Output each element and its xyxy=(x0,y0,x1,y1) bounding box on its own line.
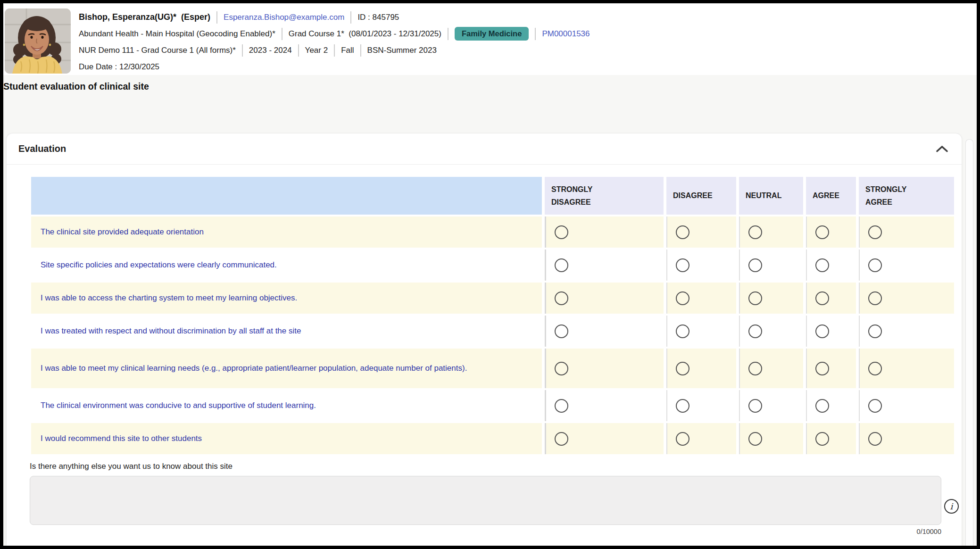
section-title: Evaluation xyxy=(18,143,66,154)
term: Fall xyxy=(341,46,354,55)
student-email-link[interactable]: Esperanza.Bishop@example.com xyxy=(224,13,344,22)
answer-cell xyxy=(859,390,954,421)
course-dates: Grad Course 1* (08/01/2023 - 12/31/2025) xyxy=(289,29,441,39)
radio-q6-strongly-agree[interactable] xyxy=(868,399,882,413)
column-header-disagree: DISAGREE xyxy=(666,177,736,215)
column-header-label: STRONGLY AGREE xyxy=(865,183,920,208)
radio-q7-agree[interactable] xyxy=(815,432,829,446)
radio-q4-disagree[interactable] xyxy=(676,324,689,338)
question-row: The clinical environment was conducive t… xyxy=(31,390,954,421)
answer-cell xyxy=(806,349,856,388)
question-text: I would recommend this site to other stu… xyxy=(41,433,202,445)
evaluation-matrix-table: STRONGLY DISAGREEDISAGREENEUTRALAGREESTR… xyxy=(31,177,954,454)
radio-q3-strongly-disagree[interactable] xyxy=(555,291,568,305)
radio-q6-agree[interactable] xyxy=(815,399,829,413)
header-line-identity: Bishop, Esperanza(UG)* (Esper) Esperanza… xyxy=(79,9,590,25)
radio-q2-strongly-disagree[interactable] xyxy=(555,258,568,272)
question-row: The clinical site provided adequate orie… xyxy=(31,216,954,248)
char-counter: 0/10000 xyxy=(30,528,941,535)
question-text: Site specific policies and expectations … xyxy=(41,259,277,271)
radio-q1-disagree[interactable] xyxy=(676,225,689,239)
collapse-section-button[interactable] xyxy=(933,142,951,156)
answer-cell xyxy=(739,316,803,347)
page-title: Student evaluation of clinical site xyxy=(3,81,977,92)
answer-cell xyxy=(545,250,664,281)
radio-q4-agree[interactable] xyxy=(815,324,829,338)
column-header-strongly-disagree: STRONGLY DISAGREE xyxy=(545,177,664,215)
answer-cell xyxy=(859,423,954,454)
matrix-header-row: STRONGLY DISAGREEDISAGREENEUTRALAGREESTR… xyxy=(31,177,954,215)
question-cell: I was able to access the charting system… xyxy=(31,283,542,314)
radio-q5-disagree[interactable] xyxy=(676,362,689,375)
column-header-label: STRONGLY DISAGREE xyxy=(551,183,606,208)
radio-q3-agree[interactable] xyxy=(815,291,829,305)
comment-textarea[interactable] xyxy=(30,476,941,525)
radio-q6-strongly-disagree[interactable] xyxy=(555,399,568,413)
answer-cell xyxy=(806,390,856,421)
header-line-due: Due Date : 12/30/2025 xyxy=(79,58,590,75)
answer-cell xyxy=(545,390,664,421)
answer-cell xyxy=(739,250,803,281)
answer-cell xyxy=(666,250,736,281)
separator xyxy=(535,28,536,40)
radio-q7-neutral[interactable] xyxy=(748,432,762,446)
question-row: I would recommend this site to other stu… xyxy=(31,423,954,454)
radio-q1-agree[interactable] xyxy=(815,225,829,239)
separator xyxy=(298,44,299,57)
student-id: ID : 845795 xyxy=(357,13,399,22)
answer-cell xyxy=(666,283,736,314)
column-header-label: AGREE xyxy=(813,189,839,202)
info-icon[interactable]: i xyxy=(944,499,959,514)
separator xyxy=(216,11,217,24)
radio-q2-neutral[interactable] xyxy=(748,258,762,272)
radio-q5-neutral[interactable] xyxy=(748,362,762,375)
radio-q7-strongly-disagree[interactable] xyxy=(555,432,568,446)
radio-q4-strongly-agree[interactable] xyxy=(868,324,882,338)
matrix-corner-cell xyxy=(31,177,542,215)
radio-q1-strongly-agree[interactable] xyxy=(868,225,882,239)
answer-cell xyxy=(739,423,803,454)
radio-q2-agree[interactable] xyxy=(815,258,829,272)
radio-q4-neutral[interactable] xyxy=(748,324,762,338)
side-panel-edge[interactable] xyxy=(965,139,973,546)
radio-q7-strongly-agree[interactable] xyxy=(868,432,882,446)
specialty-badge: Family Medicine xyxy=(455,27,529,41)
question-text: The clinical site provided adequate orie… xyxy=(41,226,204,238)
radio-q1-strongly-disagree[interactable] xyxy=(555,225,568,239)
radio-q2-strongly-agree[interactable] xyxy=(868,258,882,272)
radio-q5-strongly-disagree[interactable] xyxy=(555,362,568,375)
separator xyxy=(350,11,351,24)
radio-q2-disagree[interactable] xyxy=(676,258,689,272)
answer-cell xyxy=(666,423,736,454)
answer-cell xyxy=(859,283,954,314)
year-level: Year 2 xyxy=(305,46,328,55)
comment-label: Is there anything else you want us to kn… xyxy=(30,462,962,471)
question-text: I was treated with respect and without d… xyxy=(41,325,301,337)
column-header-label: DISAGREE xyxy=(673,189,713,202)
radio-q6-disagree[interactable] xyxy=(676,399,689,413)
radio-q3-disagree[interactable] xyxy=(676,291,689,305)
answer-cell xyxy=(545,216,664,248)
radio-q5-agree[interactable] xyxy=(815,362,829,375)
radio-q7-disagree[interactable] xyxy=(676,432,689,446)
radio-q6-neutral[interactable] xyxy=(748,399,762,413)
answer-cell xyxy=(806,250,856,281)
answer-cell xyxy=(806,423,856,454)
radio-q3-strongly-agree[interactable] xyxy=(868,291,882,305)
answer-cell xyxy=(859,250,954,281)
question-text: The clinical environment was conducive t… xyxy=(41,400,316,412)
answer-cell xyxy=(739,390,803,421)
header-line-placement: Abundant Health - Main Hospital (Geocodi… xyxy=(79,25,590,42)
answer-cell xyxy=(859,216,954,248)
header-line-course: NUR Demo 111 - Grad Course 1 (All forms)… xyxy=(79,42,590,58)
column-header-neutral: NEUTRAL xyxy=(739,177,803,215)
radio-q1-neutral[interactable] xyxy=(748,225,762,239)
pm-number-link[interactable]: PM00001536 xyxy=(542,29,590,39)
column-header-agree: AGREE xyxy=(806,177,856,215)
radio-q4-strongly-disagree[interactable] xyxy=(555,324,568,338)
answer-cell xyxy=(666,349,736,388)
evaluation-card-header: Evaluation xyxy=(7,133,962,165)
radio-q3-neutral[interactable] xyxy=(748,291,762,305)
radio-q5-strongly-agree[interactable] xyxy=(868,362,882,375)
student-photo xyxy=(5,8,71,74)
